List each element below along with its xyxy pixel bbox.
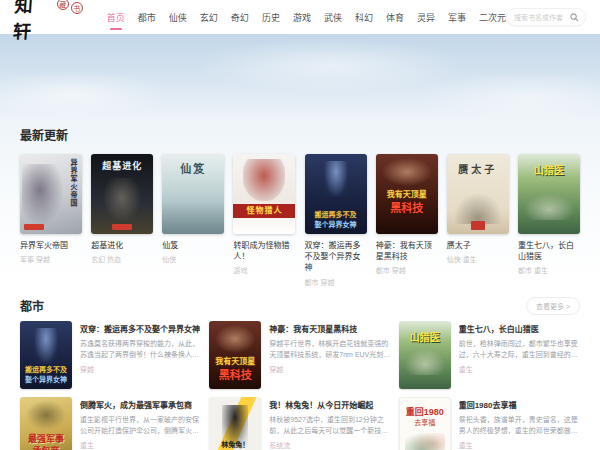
search-input[interactable] — [514, 14, 570, 21]
book-tags: 都市 重生 — [518, 265, 580, 275]
book-cover: 仙笈 — [162, 154, 224, 234]
book-title: 重生七八，长白山猎医 — [518, 240, 580, 262]
hero-banner — [0, 34, 600, 118]
book-tags: 仙侠 重生 — [447, 254, 509, 264]
novel-cover: 重回1980去享福 — [399, 397, 451, 450]
card-tag: 重生 — [459, 364, 580, 374]
urban-card-grid: 搬运再多不及娶个异界女神 双穿：搬运再多不及娶个异界女神 苏逸莫名获得两界穿梭的… — [20, 321, 580, 450]
nav-item-fantasy[interactable]: 奇幻 — [231, 3, 249, 32]
card-desc: 重生影视平行世界，从一家破产的安保公司开始打造保护伞公司，倒腾军火起家，一手操盘… — [80, 414, 201, 436]
book-cover: 超基进化 — [91, 154, 153, 234]
book-cover: 搬运再多不及娶个异界女神 — [305, 154, 367, 234]
book-tags: 游戏 — [233, 265, 295, 275]
book-card[interactable]: 我有天顶星黑科技 神豪：我有天顶星黑科技 都市 穿越 — [376, 154, 438, 287]
book-cover: 我有天顶星黑科技 — [376, 154, 438, 234]
cover-text: 怪物猎人 — [233, 204, 295, 218]
card-title: 我！林兔兔！从今日开始崛起 — [269, 399, 390, 410]
cover-text: 黑科技 — [376, 199, 438, 215]
nav-item-xuanhuan[interactable]: 玄幻 — [200, 3, 218, 32]
book-card[interactable]: 赝太子 赝太子 仙侠 重生 — [447, 154, 509, 287]
card-tag: 重生 — [80, 440, 201, 450]
book-tags: 玄幻 热血 — [91, 254, 153, 264]
cover-text: 仙笈 — [162, 160, 224, 176]
book-tags: 军事 穿越 — [20, 254, 82, 264]
card-desc: 苏逸莫名获得两界穿梭的能力，从此，苏逸当起了两界倒爷！什么辣条换人参，泡面换虎骨… — [80, 338, 201, 360]
novel-card[interactable]: 最强军事承包商 倒腾军火，成为最强军事承包商 重生影视平行世界，从一家破产的安保… — [20, 397, 201, 450]
nav-item-history[interactable]: 历史 — [262, 3, 280, 32]
book-card[interactable]: 搬运再多不及娶个异界女神 双穿：搬运再多不及娶个异界女神 都市 穿越 — [305, 154, 367, 287]
search-box[interactable] — [506, 8, 586, 26]
cover-text: 黑科技 — [209, 366, 261, 382]
novel-card[interactable]: 我有天顶星黑科技 神豪：我有天顶星黑科技 穿越平行世界，林枫开启花钱就变强的天顶… — [209, 321, 390, 389]
book-tags: 都市 穿越 — [376, 265, 438, 275]
cover-text: 搬运再多不及 — [20, 364, 72, 374]
cover-text: 林兔兔！ — [209, 439, 261, 449]
book-tags: 仙侠 — [162, 254, 224, 264]
nav-item-erciyuan[interactable]: 二次元 — [479, 3, 506, 32]
cover-text: 我有天顶星 — [209, 355, 261, 366]
book-title: 仙笈 — [162, 240, 224, 251]
book-card[interactable]: 超基进化 超基进化 玄幻 热血 — [91, 154, 153, 287]
nav-item-sports[interactable]: 体育 — [386, 3, 404, 32]
cover-text: 异界军火帝国 — [68, 159, 78, 207]
card-tag: 穿越 — [269, 364, 390, 374]
book-card[interactable]: 仙笈 仙笈 仙侠 — [162, 154, 224, 287]
nav-item-wuxia[interactable]: 武侠 — [324, 3, 342, 32]
nav-item-home[interactable]: 首页 — [107, 3, 125, 32]
card-tag: 重生 — [459, 440, 580, 450]
main-content: 最新更新 异界军火帝国 异界军火帝国 军事 穿越 超基进化 超基进化 玄幻 热血… — [0, 118, 600, 450]
card-desc: 林秋被9527选中，重生回到12分钟之前，从此之后每天可以觉醒一个新技能，本以为… — [269, 414, 390, 436]
card-title: 重回1980去享福 — [459, 399, 580, 410]
book-title: 双穿：搬运再多不及娶个异界女神 — [305, 240, 367, 274]
nav-item-lingyi[interactable]: 灵异 — [417, 3, 435, 32]
book-cover: 赝太子 — [447, 154, 509, 234]
novel-card[interactable]: 搬运再多不及娶个异界女神 双穿：搬运再多不及娶个异界女神 苏逸莫名获得两界穿梭的… — [20, 321, 201, 389]
cover-text: 超基进化 — [91, 159, 153, 172]
book-card[interactable]: 山猎医 重生七八，长白山猎医 都市 重生 — [518, 154, 580, 287]
cover-text: 去享福 — [400, 417, 450, 427]
novel-card[interactable]: 林兔兔！从今日开始崛起 我！林兔兔！从今日开始崛起 林秋被9527选中，重生回到… — [209, 397, 390, 450]
novel-cover: 山猎医 — [399, 321, 451, 389]
book-card[interactable]: 怪物猎人 转职成为怪物猎人！ 游戏 — [233, 154, 295, 287]
novel-cover: 最强军事承包商 — [20, 397, 72, 450]
novel-cover: 搬运再多不及娶个异界女神 — [20, 321, 72, 389]
cover-text: 承包商 — [20, 444, 72, 450]
novel-cover: 我有天顶星黑科技 — [209, 321, 261, 389]
cover-text: 娶个异界女神 — [20, 374, 72, 384]
urban-section: 都市 查看更多 > 搬运再多不及娶个异界女神 双穿：搬运再多不及娶个异界女神 苏… — [20, 297, 580, 450]
cover-text: 娶个异界女神 — [305, 219, 367, 229]
book-title: 超基进化 — [91, 240, 153, 251]
section-title-urban: 都市 — [20, 297, 44, 314]
book-cover: 怪物猎人 — [233, 154, 295, 234]
book-cover: 异界军火帝国 — [20, 154, 82, 234]
logo-text: 知轩 — [12, 0, 54, 43]
book-title: 神豪：我有天顶星黑科技 — [376, 240, 438, 262]
book-title: 转职成为怪物猎人！ — [233, 240, 295, 262]
book-tags: 都市 穿越 — [305, 277, 367, 287]
card-desc: 祭祀头香，族谱单开，青史留名，这是男人的终极梦想，重生的邓世荣都做到了。 — [459, 414, 580, 436]
novel-card[interactable]: 山猎医 重生七八，长白山猎医 前世，枪林弹雨闯过，都市繁华也享受过，六十大寿之际… — [399, 321, 580, 389]
book-cover: 山猎医 — [518, 154, 580, 234]
cover-text: 山猎医 — [518, 162, 580, 177]
logo-seal-1: 藏 — [57, 0, 69, 10]
nav-item-scifi[interactable]: 科幻 — [355, 3, 373, 32]
logo-seal-2: 书 — [71, 2, 83, 14]
latest-book-row: 异界军火帝国 异界军火帝国 军事 穿越 超基进化 超基进化 玄幻 热血 仙笈 仙… — [20, 154, 580, 287]
book-card[interactable]: 异界军火帝国 异界军火帝国 军事 穿越 — [20, 154, 82, 287]
latest-updates-section: 最新更新 异界军火帝国 异界军火帝国 军事 穿越 超基进化 超基进化 玄幻 热血… — [20, 118, 580, 287]
site-header: 知轩 藏 书 首页 都市 仙侠 玄幻 奇幻 历史 游戏 武侠 科幻 体育 灵异 … — [0, 0, 600, 34]
nav-item-urban[interactable]: 都市 — [138, 3, 156, 32]
nav-item-game[interactable]: 游戏 — [293, 3, 311, 32]
card-title: 倒腾军火，成为最强军事承包商 — [80, 399, 201, 410]
book-title: 异界军火帝国 — [20, 240, 82, 251]
nav-item-xianxia[interactable]: 仙侠 — [169, 3, 187, 32]
site-logo[interactable]: 知轩 藏 书 — [14, 0, 83, 43]
cover-text: 赝太子 — [447, 161, 509, 176]
novel-card[interactable]: 重回1980去享福 重回1980去享福 祭祀头香，族谱单开，青史留名，这是男人的… — [399, 397, 580, 450]
cover-text: 山猎医 — [399, 329, 451, 344]
card-tag: 穿越 — [80, 364, 201, 374]
nav-item-military[interactable]: 军事 — [448, 3, 466, 32]
book-title: 赝太子 — [447, 240, 509, 251]
view-more-button[interactable]: 查看更多 > — [526, 297, 580, 315]
search-icon[interactable] — [570, 13, 579, 22]
